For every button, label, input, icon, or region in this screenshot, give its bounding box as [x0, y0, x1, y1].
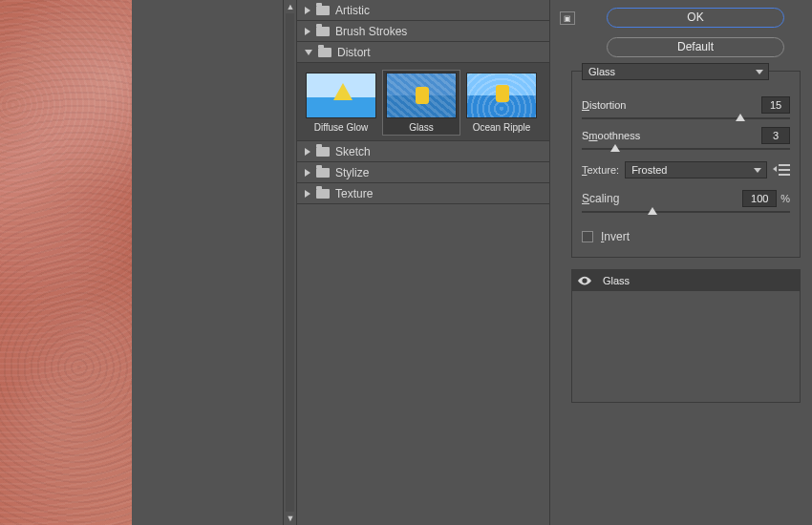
visibility-eye-icon[interactable]	[572, 276, 597, 285]
scaling-row: Scaling %	[582, 190, 790, 207]
thumbnail-image	[306, 73, 376, 118]
disclosure-triangle-icon	[305, 28, 310, 35]
thumbnail-label: Ocean Ripple	[465, 122, 538, 133]
category-label: Stylize	[335, 166, 369, 179]
category-label: Distort	[337, 46, 371, 59]
thumbnail-image	[466, 73, 537, 118]
effect-layers-list: Glass	[571, 269, 801, 403]
scroll-up-arrow-icon[interactable]: ▲	[284, 0, 297, 13]
invert-row: Invert	[582, 230, 790, 243]
disclosure-triangle-icon	[305, 190, 310, 198]
slider-knob-icon[interactable]	[610, 144, 620, 152]
default-button[interactable]: Default	[607, 37, 784, 57]
document-preview[interactable]	[0, 0, 132, 525]
preview-pane-right: ▲ ▼	[132, 0, 296, 525]
scroll-down-arrow-icon[interactable]: ▼	[284, 512, 297, 525]
filter-thumb-ocean-ripple[interactable]: Ocean Ripple	[463, 71, 540, 135]
settings-panel: ▣ OK Default Glass Distortion Smoothness	[562, 0, 812, 525]
slider-knob-icon[interactable]	[736, 114, 745, 121]
invert-label: Invert	[601, 230, 630, 243]
folder-icon	[316, 27, 330, 36]
thumbnail-label: Diffuse Glow	[305, 122, 377, 133]
smoothness-param: Smoothness	[582, 127, 790, 150]
texture-label: Texture:	[582, 164, 619, 176]
invert-checkbox[interactable]	[582, 231, 593, 242]
scrollbar-track[interactable]	[286, 13, 294, 512]
category-distort[interactable]: Distort	[297, 42, 549, 63]
disclosure-triangle-icon	[305, 7, 310, 14]
filter-thumb-glass[interactable]: Glass	[383, 71, 459, 135]
effect-layer-name: Glass	[597, 275, 800, 286]
flyout-menu-icon[interactable]	[773, 164, 790, 176]
vertical-scrollbar[interactable]: ▲ ▼	[283, 0, 296, 525]
category-texture[interactable]: Texture	[297, 183, 549, 204]
category-artistic[interactable]: Artistic	[297, 0, 549, 21]
distortion-param: Distortion	[582, 96, 790, 119]
filter-gallery: Artistic Brush Strokes Distort Diffuse G…	[296, 0, 550, 525]
category-label: Brush Strokes	[335, 25, 407, 38]
folder-icon	[316, 189, 330, 199]
smoothness-label: Smoothness	[582, 130, 640, 141]
category-label: Artistic	[335, 4, 370, 17]
category-stylize[interactable]: Stylize	[297, 162, 549, 183]
distortion-slider[interactable]	[582, 117, 790, 119]
category-brush-strokes[interactable]: Brush Strokes	[297, 21, 549, 42]
filter-thumb-diffuse-glow[interactable]: Diffuse Glow	[303, 71, 379, 135]
distort-thumbnails: Diffuse Glow Glass Ocean Ripple	[297, 63, 549, 141]
effect-layer-row[interactable]: Glass	[572, 270, 800, 291]
category-label: Texture	[335, 187, 373, 200]
folder-icon	[316, 6, 330, 15]
folder-icon	[316, 168, 330, 178]
texture-select-value: Frosted	[631, 164, 667, 176]
distortion-input[interactable]	[761, 96, 790, 114]
filter-settings-group: Glass Distortion Smoothness Texture: F	[571, 71, 801, 258]
scaling-input[interactable]	[742, 190, 777, 207]
ok-button[interactable]: OK	[607, 8, 784, 28]
filter-select-value: Glass	[588, 66, 615, 77]
texture-row: Texture: Frosted	[582, 161, 790, 178]
disclosure-triangle-icon	[305, 50, 312, 55]
thumbnail-label: Glass	[385, 122, 458, 133]
disclosure-triangle-icon	[305, 169, 310, 177]
scaling-unit: %	[780, 193, 790, 204]
category-label: Sketch	[335, 145, 371, 158]
folder-icon	[316, 147, 330, 157]
texture-select[interactable]: Frosted	[625, 161, 767, 178]
collapse-panel-icon[interactable]: ▣	[560, 11, 575, 25]
category-sketch[interactable]: Sketch	[297, 141, 549, 162]
thumbnail-image	[386, 73, 457, 118]
folder-icon	[318, 48, 331, 57]
distortion-label: Distortion	[582, 99, 626, 111]
slider-knob-icon[interactable]	[648, 207, 657, 215]
smoothness-input[interactable]	[761, 127, 790, 144]
smoothness-slider[interactable]	[582, 148, 790, 150]
filter-select[interactable]: Glass	[582, 63, 769, 80]
scaling-label: Scaling	[582, 192, 619, 205]
disclosure-triangle-icon	[305, 148, 310, 156]
scaling-slider[interactable]	[582, 211, 790, 213]
